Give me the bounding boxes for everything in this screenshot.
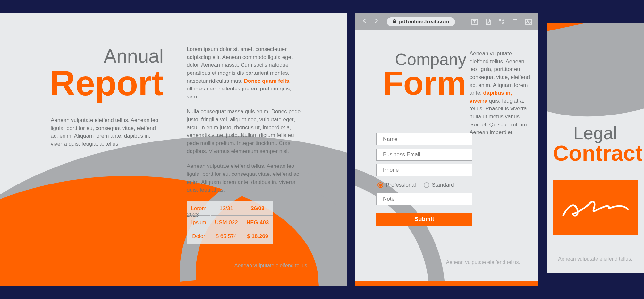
forward-arrow-icon[interactable] (373, 17, 380, 26)
url-text: pdfonline.foxit.com (399, 19, 449, 25)
image-tool-icon[interactable] (525, 18, 532, 26)
highlight-text: Donec quam felis (244, 78, 289, 84)
replace-text-icon[interactable] (498, 18, 505, 26)
edit-page-icon[interactable] (484, 18, 492, 26)
decorative-shape (547, 23, 644, 135)
form-paragraph: Aenean vulputate eleifend tellus. Aenean… (470, 50, 530, 137)
email-field[interactable] (376, 149, 472, 161)
table-cell: $ 65.574 (211, 230, 242, 243)
report-year: 2023 (187, 212, 199, 218)
report-paragraph-3: Aenean vulputate eleifend tellus. Aenean… (187, 162, 302, 194)
note-field[interactable] (376, 193, 472, 205)
decorative-shape (355, 281, 538, 286)
submit-button[interactable]: Submit (376, 213, 472, 226)
table-cell: 26/03 (242, 202, 273, 216)
lock-icon (393, 19, 396, 24)
table-cell: Dolor (187, 230, 210, 243)
table-cell: $ 18.269 (242, 230, 273, 243)
report-title-bold: Report (32, 67, 164, 99)
report-intro: Aenean vulputate eleifend tellus. Aenean… (32, 116, 164, 148)
form-frame: pdfonline.foxit.com (347, 0, 547, 299)
radio-standard[interactable]: Standard (424, 182, 454, 188)
text: Aenean vulputate eleifend tellus. Aenean… (470, 50, 530, 96)
table-row: Lorem 12/31 26/03 (187, 202, 273, 216)
radio-professional[interactable]: Professional (377, 182, 416, 188)
annual-report-panel: Annual Report Aenean vulputate eleifend … (0, 13, 347, 286)
report-paragraph-2: Nulla consequat massa quis enim. Donec p… (187, 108, 302, 155)
browser-toolbar: pdfonline.foxit.com (355, 13, 538, 30)
text-box-icon[interactable] (471, 18, 479, 26)
name-field[interactable] (376, 133, 472, 145)
company-form-panel: pdfonline.foxit.com (355, 13, 538, 286)
report-footer: Aenean vulputate eleifend tellus. (234, 263, 309, 269)
radio-unchecked-icon (424, 182, 429, 188)
signature-block (553, 180, 638, 235)
phone-field[interactable] (376, 164, 472, 176)
form-title-bold: Form (373, 69, 466, 97)
svg-rect-2 (526, 19, 531, 24)
svg-rect-0 (393, 21, 396, 23)
table-row: Dolor $ 65.574 $ 18.269 (187, 230, 273, 243)
text-tool-icon[interactable] (511, 18, 519, 26)
contract-footer: Aenean vulputate eleifend tellus. (547, 256, 644, 262)
radio-label: Standard (432, 182, 454, 188)
table-row: Ipsum USM-022 HFG-403 (187, 216, 273, 230)
table-cell: 12/31 (211, 202, 242, 216)
table-cell: HFG-403 (242, 216, 273, 230)
report-paragraph-1: Lorem ipsum dolor sit amet, consectetuer… (187, 46, 302, 101)
radio-label: Professional (386, 182, 416, 188)
contract-title-thin: Legal (553, 123, 638, 143)
table-cell: USM-022 (211, 216, 242, 230)
contract-title-bold: Contract (553, 143, 638, 163)
back-arrow-icon[interactable] (361, 17, 368, 26)
legal-contract-panel: Legal Contract Aenean vulputate eleifend… (547, 23, 644, 273)
signature-icon (560, 193, 631, 222)
url-bar[interactable]: pdfonline.foxit.com (387, 17, 455, 26)
report-table: Lorem 12/31 26/03 Ipsum USM-022 HFG-403 … (187, 201, 273, 244)
radio-checked-icon (377, 182, 383, 188)
form-footer: Aenean vulputate eleifend tellus. (446, 260, 520, 265)
